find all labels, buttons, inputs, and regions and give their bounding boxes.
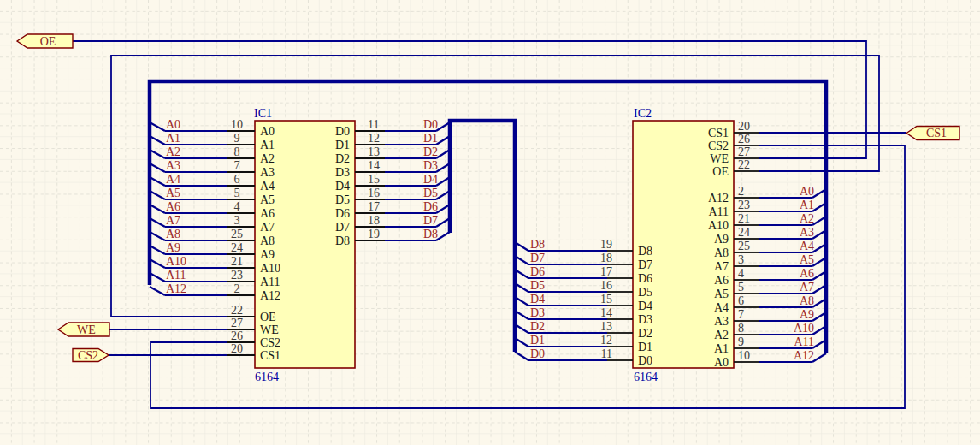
- net-label[interactable]: D3: [423, 159, 438, 172]
- net-label[interactable]: A6: [800, 267, 814, 280]
- pin-name: A5: [714, 288, 729, 300]
- pin-name: OE: [260, 311, 276, 323]
- net-label[interactable]: A5: [166, 187, 180, 199]
- net-label[interactable]: D1: [423, 132, 438, 145]
- net-label[interactable]: D0: [423, 118, 438, 131]
- pin-number: 9: [738, 335, 744, 348]
- ic2-designator[interactable]: IC2: [634, 107, 652, 120]
- pin-number: 14: [368, 159, 380, 172]
- net-label[interactable]: A0: [166, 118, 180, 131]
- port-we-label: WE: [77, 323, 96, 336]
- pin-name: A3: [714, 315, 729, 328]
- pin-name: D3: [335, 166, 350, 179]
- pin-number: 2: [234, 282, 240, 295]
- net-label[interactable]: A12: [794, 349, 814, 362]
- net-label[interactable]: A8: [166, 228, 180, 240]
- pin-name: A1: [260, 139, 275, 151]
- net-label[interactable]: D8: [530, 238, 545, 251]
- net-label[interactable]: A8: [800, 294, 814, 307]
- ic2-part[interactable]: 6164: [634, 371, 658, 383]
- pin-name: A10: [708, 219, 729, 232]
- net-label[interactable]: A6: [166, 200, 180, 213]
- net-label[interactable]: A9: [166, 241, 180, 254]
- net-label[interactable]: D4: [530, 293, 545, 306]
- pin-number: 4: [234, 200, 240, 213]
- net-label[interactable]: A1: [166, 132, 180, 145]
- pin-number: 17: [600, 265, 612, 278]
- pin-number: 9: [234, 132, 240, 145]
- pin-number: 21: [738, 212, 750, 225]
- pin-name: A12: [260, 289, 280, 302]
- net-label[interactable]: D6: [530, 265, 545, 278]
- net-label[interactable]: D6: [423, 200, 438, 213]
- net-label[interactable]: D2: [530, 320, 545, 333]
- schematic-canvas: IC1 6164 A010A0A19A1A28A2A37A3A46A4A55A5…: [0, 0, 980, 445]
- pin-number: 3: [234, 214, 240, 227]
- pin-number: 4: [738, 267, 744, 280]
- grid-overlay: [0, 0, 980, 445]
- net-label[interactable]: A0: [800, 185, 814, 198]
- net-label[interactable]: A12: [166, 282, 186, 295]
- port-cs1[interactable]: CS1: [906, 127, 959, 140]
- pin-number: 10: [738, 349, 750, 362]
- pin-name: A2: [260, 152, 275, 165]
- pin-number: 23: [738, 199, 750, 211]
- pin-name: D8: [335, 234, 350, 247]
- net-label[interactable]: A4: [166, 173, 180, 186]
- pin-name: A4: [260, 180, 275, 193]
- net-label[interactable]: A5: [800, 253, 814, 266]
- net-label[interactable]: A4: [800, 240, 814, 252]
- net-label[interactable]: A7: [166, 214, 180, 227]
- ic1-part[interactable]: 6164: [255, 371, 279, 383]
- net-label[interactable]: D8: [423, 228, 438, 240]
- net-label[interactable]: D7: [423, 214, 438, 227]
- net-label[interactable]: D0: [530, 347, 545, 360]
- net-label[interactable]: A11: [166, 269, 186, 282]
- pin-number: 25: [738, 240, 750, 252]
- net-label[interactable]: A7: [800, 281, 814, 294]
- pin-name: D7: [638, 258, 652, 271]
- pin-name: A8: [714, 246, 729, 259]
- pin-number: 27: [738, 145, 750, 158]
- pin-name: D5: [335, 193, 350, 206]
- pin-number: 19: [600, 238, 612, 251]
- pin-number: 5: [738, 281, 744, 294]
- pin-number: 19: [368, 228, 380, 240]
- net-label[interactable]: D1: [530, 334, 545, 347]
- pin-number: 13: [368, 145, 380, 158]
- pin-number: 14: [600, 306, 612, 319]
- pin-number: 8: [738, 322, 744, 335]
- pin-name: D7: [335, 221, 350, 234]
- net-label[interactable]: A1: [800, 199, 814, 211]
- pin-name: A4: [714, 301, 729, 314]
- net-label[interactable]: D3: [530, 306, 545, 319]
- pin-number: 26: [231, 329, 243, 342]
- pin-number: 21: [231, 255, 243, 268]
- net-label[interactable]: D7: [530, 252, 545, 264]
- pin-name: A11: [708, 205, 729, 218]
- pin-name: D6: [638, 272, 652, 285]
- net-label[interactable]: A3: [166, 159, 180, 172]
- net-label[interactable]: A11: [794, 335, 814, 348]
- port-cs1-label: CS1: [926, 127, 947, 139]
- net-label[interactable]: A2: [800, 212, 814, 225]
- port-we[interactable]: WE: [58, 323, 109, 336]
- net-label[interactable]: A10: [166, 255, 186, 268]
- ic1-designator[interactable]: IC1: [254, 107, 272, 120]
- net-label[interactable]: A9: [800, 308, 814, 321]
- pin-name: A1: [714, 342, 729, 355]
- net-label[interactable]: A2: [166, 145, 180, 158]
- pin-name: A3: [260, 166, 275, 179]
- pin-number: 22: [738, 158, 750, 171]
- pin-number: 12: [368, 132, 380, 145]
- port-oe[interactable]: OE: [17, 34, 73, 48]
- net-label[interactable]: D5: [423, 187, 438, 199]
- pin-name: OE: [712, 165, 729, 178]
- pin-name: D4: [638, 300, 652, 312]
- net-label[interactable]: A10: [794, 322, 814, 335]
- net-label[interactable]: A3: [800, 226, 814, 239]
- net-label[interactable]: D5: [530, 279, 545, 292]
- net-label[interactable]: D4: [423, 173, 438, 186]
- pin-name: CS1: [260, 349, 280, 362]
- net-label[interactable]: D2: [423, 145, 438, 158]
